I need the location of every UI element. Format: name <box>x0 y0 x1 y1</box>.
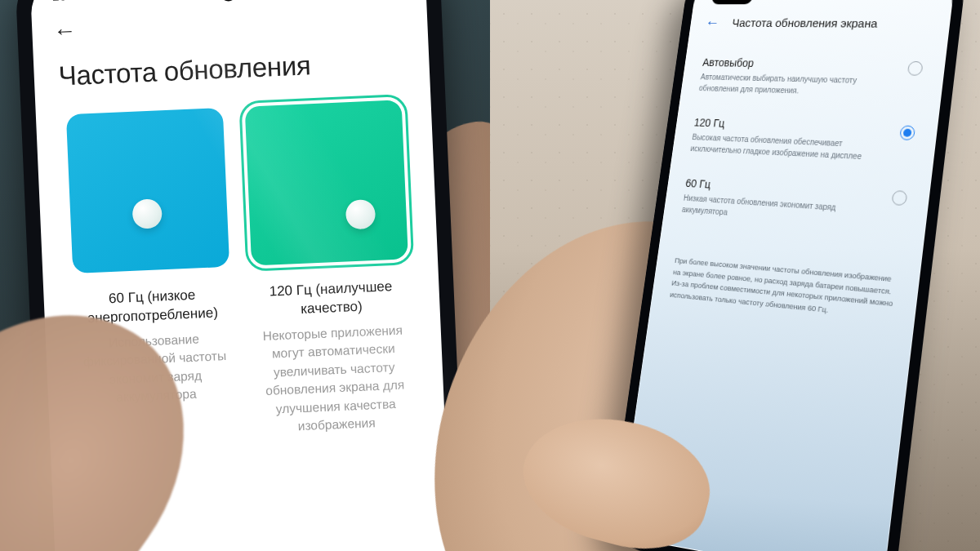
option-title: 120 Гц (наилучшее качество) <box>248 277 414 322</box>
preview-ball-icon <box>345 199 376 230</box>
option-title: Автовыбор <box>702 56 889 72</box>
option-desc: Высокая частота обновления обеспечивает … <box>690 132 880 163</box>
preview-ball-icon <box>131 198 163 229</box>
option-120hz[interactable]: 120 Гц (наилучшее качество) Некоторые пр… <box>241 100 420 438</box>
preview-120hz <box>244 100 408 265</box>
option-desc: Некоторые приложения могут автоматически… <box>250 321 419 438</box>
option-auto[interactable]: Автовыбор Автоматически выбирать наилучш… <box>697 46 927 113</box>
radio-icon[interactable] <box>907 61 924 76</box>
radio-icon[interactable] <box>891 190 907 206</box>
option-desc: Автоматически выбирать наилучшую частоту… <box>698 72 888 99</box>
right-photo: 18:26 ⏚ ← Частота обновления экрана Авто… <box>490 0 980 551</box>
radio-icon[interactable] <box>899 125 915 140</box>
left-photo: 15:15 77 ← Частота обновления 60 Гц (низ… <box>0 0 490 551</box>
back-button[interactable]: ← <box>53 19 80 42</box>
page-title: Частота обновления экрана <box>732 16 879 30</box>
top-bar: ← Частота обновления экрана <box>689 0 952 41</box>
preview-60hz <box>65 108 229 273</box>
option-120hz[interactable]: 120 Гц Высокая частота обновления обеспе… <box>688 105 919 178</box>
back-button[interactable]: ← <box>704 14 720 31</box>
refresh-rate-list: Автовыбор Автоматически выбирать наилучш… <box>662 38 947 246</box>
